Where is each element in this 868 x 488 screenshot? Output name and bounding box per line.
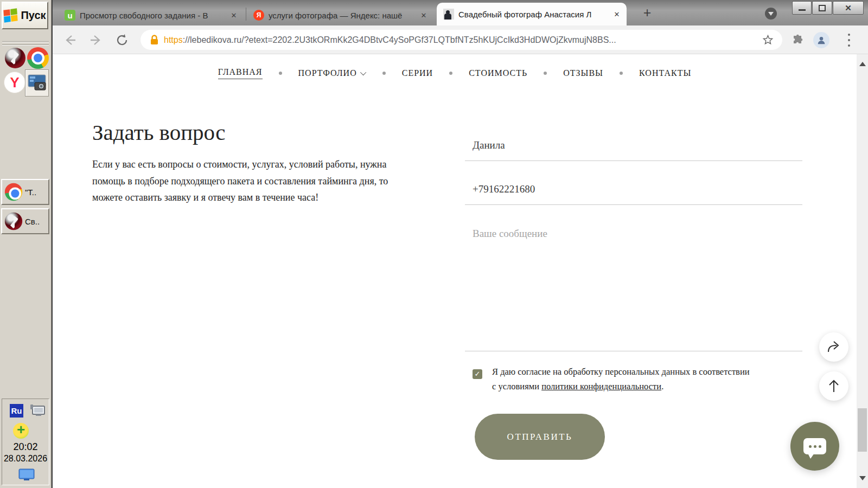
photo-favicon: [443, 9, 454, 20]
dot: [848, 39, 850, 41]
url-text: https://lebedikova.ru/?etext=2202.2U3tkO…: [164, 35, 758, 45]
extensions-puzzle-icon[interactable]: [791, 34, 804, 47]
quicklaunch-comodo-dragon[interactable]: [5, 48, 25, 68]
windows-logo-icon: [4, 8, 18, 23]
quicklaunch-screenshot-tool[interactable]: [25, 69, 49, 97]
lock-icon[interactable]: [150, 35, 158, 45]
consent-checkbox[interactable]: ✓: [473, 369, 482, 379]
browser-window: u Просмотр свободного задания - В ✕ Я ус…: [52, 0, 868, 488]
browser-toolbar: https://lebedikova.ru/?etext=2202.2U3tkO…: [53, 25, 868, 54]
nav-item-glavnaya[interactable]: ГЛАВНАЯ: [218, 67, 263, 79]
antivirus-360-icon[interactable]: [13, 423, 29, 439]
privacy-policy-link[interactable]: политики конфиденциальности: [541, 381, 661, 391]
submit-button[interactable]: ОТПРАВИТЬ: [475, 414, 605, 460]
chat-widget-button[interactable]: [790, 422, 839, 471]
arrow-up-icon: [827, 379, 840, 393]
show-desktop-icon[interactable]: [18, 468, 35, 481]
tab-strip: u Просмотр свободного задания - В ✕ Я ус…: [53, 0, 868, 25]
screenshot-tool-icon: [27, 74, 47, 92]
dot: [848, 34, 850, 36]
address-bar[interactable]: https://lebedikova.ru/?etext=2202.2U3tkO…: [141, 30, 782, 50]
dot: [848, 44, 850, 47]
taskbar-separator: [2, 44, 49, 46]
nav-item-otzyvy[interactable]: ОТЗЫВЫ: [563, 68, 603, 78]
share-arrow-icon: [826, 340, 841, 354]
start-label: Пуск: [21, 9, 46, 22]
person-icon: [816, 35, 826, 45]
tab-close-icon[interactable]: ✕: [229, 11, 238, 20]
start-button[interactable]: Пуск: [2, 2, 48, 29]
taskbar-window-label: Св..: [25, 217, 40, 226]
tab-yandex-search[interactable]: Я услуги фотографа — Яндекс: нашё ✕: [247, 5, 433, 25]
tab-close-icon[interactable]: ✕: [419, 11, 428, 20]
tab-search-menu-button[interactable]: [765, 8, 777, 20]
taskbar-window-label: "Т..: [25, 188, 36, 197]
nav-dot: [279, 72, 282, 75]
nav-item-kontakty[interactable]: КОНТАКТЫ: [639, 68, 691, 78]
taskbar-window-chrome[interactable]: "Т..: [1, 179, 49, 205]
phone-field[interactable]: [465, 174, 802, 205]
yandex-favicon: Я: [253, 10, 264, 21]
tab-task-view[interactable]: u Просмотр свободного задания - В ✕: [58, 5, 244, 25]
bookmark-star-icon[interactable]: [762, 34, 774, 46]
comodo-dragon-icon: [5, 213, 22, 230]
scrollbar: [857, 54, 868, 488]
yandex-browser-icon: Y: [4, 72, 25, 93]
nav-item-stoimost[interactable]: СТОИМОСТЬ: [469, 68, 527, 78]
scrollbar-thumb[interactable]: [858, 408, 867, 452]
minimize-button[interactable]: [792, 1, 812, 15]
chrome-icon: [5, 183, 22, 201]
minimize-icon: [799, 9, 806, 11]
taskbar: Пуск Y "Т.. Св: [0, 0, 52, 488]
network-icon[interactable]: [29, 404, 46, 418]
message-field[interactable]: [465, 217, 802, 351]
tab-separator: [246, 8, 246, 21]
tray-date: 28.03.2026: [2, 454, 49, 464]
tab-title: услуги фотографа — Яндекс: нашё: [269, 11, 415, 20]
page-description: Если у вас есть вопросы о стоимости, усл…: [92, 156, 413, 206]
new-tab-button[interactable]: +: [640, 5, 655, 21]
scroll-to-top-button[interactable]: [819, 371, 848, 401]
scrollbar-down-arrow[interactable]: [859, 476, 866, 480]
quicklaunch-chrome[interactable]: [27, 47, 49, 69]
chevron-down-icon: [768, 12, 774, 16]
forward-button[interactable]: [90, 34, 103, 47]
page-content: ГЛАВНАЯ ПОРТФОЛИО СЕРИИ СТОИМОСТЬ ОТЗЫВЫ…: [53, 54, 868, 488]
reload-button[interactable]: [116, 34, 129, 47]
tab-photographer-site[interactable]: Свадебный фотограф Анастасия Л ✕: [437, 3, 627, 25]
screen: Пуск Y "Т.. Св: [0, 0, 868, 488]
quicklaunch-yandex-browser[interactable]: Y: [4, 72, 25, 93]
youdo-favicon: u: [65, 10, 75, 21]
scrollbar-up-arrow[interactable]: [859, 62, 866, 66]
comodo-dragon-icon: [5, 48, 25, 68]
nav-item-serii[interactable]: СЕРИИ: [402, 68, 433, 78]
nav-item-portfolio[interactable]: ПОРТФОЛИО: [298, 68, 366, 78]
chrome-icon: [27, 47, 49, 69]
name-field[interactable]: [465, 130, 802, 161]
browser-menu-button[interactable]: [847, 34, 851, 47]
close-icon: ✕: [845, 3, 852, 13]
close-button[interactable]: ✕: [833, 1, 864, 15]
tray-clock: 20:02: [2, 441, 49, 453]
system-tray: Ru 20:02 28.03.2026: [2, 399, 49, 485]
restore-icon: [819, 5, 826, 11]
nav-dot: [544, 72, 547, 75]
taskbar-separator: [2, 41, 49, 42]
chat-bubble-icon: [803, 438, 826, 454]
profile-avatar[interactable]: [813, 32, 829, 48]
site-navigation: ГЛАВНАЯ ПОРТФОЛИО СЕРИИ СТОИМОСТЬ ОТЗЫВЫ…: [53, 67, 857, 79]
nav-dot: [382, 72, 386, 75]
tab-title: Просмотр свободного задания - В: [80, 11, 225, 20]
share-button[interactable]: [819, 332, 848, 362]
consent-text: Я даю согласие на обработку персональных…: [492, 364, 796, 394]
restore-button[interactable]: [812, 1, 832, 15]
chevron-down-icon: [360, 69, 366, 75]
taskbar-window-comodo[interactable]: Св..: [1, 208, 49, 234]
tab-title: Свадебный фотограф Анастасия Л: [458, 10, 608, 19]
language-indicator[interactable]: Ru: [10, 404, 23, 418]
page-title: Задать вопрос: [92, 119, 225, 145]
nav-dot: [449, 72, 452, 75]
nav-dot: [620, 72, 623, 75]
tab-close-icon[interactable]: ✕: [612, 10, 621, 18]
back-button[interactable]: [63, 34, 76, 47]
